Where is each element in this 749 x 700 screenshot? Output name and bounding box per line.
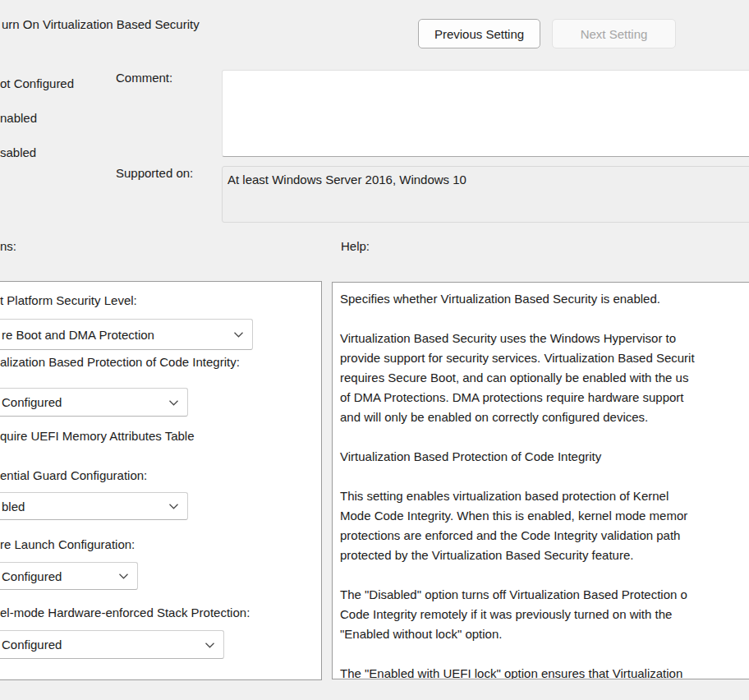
code-integrity-protection-value: Configured [2,395,62,409]
stack-protection-label: el-mode Hardware-enforced Stack Protecti… [0,606,250,619]
comment-textarea[interactable] [222,70,749,157]
help-text-line: Code Integrity remotely if it was previo… [340,605,695,624]
help-text-line: provide support for security services. V… [340,348,695,368]
help-section-label: Help: [341,239,370,253]
stack-protection-value: Configured [2,638,62,652]
help-text-line: The "Disabled" option turns off Virtuali… [340,585,695,605]
secure-launch-config-value: Configured [2,569,62,583]
secure-launch-config-label: re Launch Configuration: [0,537,135,551]
secure-launch-config-dropdown[interactable]: Configured [0,562,138,590]
comment-label: Comment: [116,71,172,85]
code-integrity-protection-dropdown[interactable]: Configured [0,388,188,417]
help-text: Specifies whether Virtualization Based S… [340,289,695,679]
help-text-line: "Enabled without lock" option. [340,624,695,644]
options-section-label: ns: [0,239,16,253]
help-text-line: Mode Code Integrity. When this is enable… [340,506,695,526]
help-text-line [340,467,695,486]
chevron-down-icon [168,503,179,510]
credential-guard-config-dropdown[interactable]: bled [0,492,188,520]
credential-guard-config-value: bled [2,500,25,513]
chevron-down-icon [233,331,244,338]
code-integrity-protection-label: alization Based Protection of Code Integ… [0,355,240,369]
help-text-line: This setting enables virtualization base… [340,486,695,506]
credential-guard-config-label: ential Guard Configuration: [0,468,147,482]
chevron-down-icon [204,642,215,649]
help-text-line: and will only be enabled on correctly co… [340,408,695,427]
page-title: urn On Virtualization Based Security [2,17,200,31]
help-text-line [340,309,695,329]
next-setting-button[interactable]: Next Setting [552,19,676,48]
supported-on-value: At least Windows Server 2016, Windows 10 [227,173,466,187]
platform-security-level-value: re Boot and DMA Protection [2,328,154,342]
radio-label-not-configured[interactable]: ot Configured [0,76,74,90]
help-panel: Specifies whether Virtualization Based S… [332,282,749,679]
platform-security-level-label: t Platform Security Level: [0,293,137,307]
uefi-memory-attributes-checkbox-label[interactable]: quire UEFI Memory Attributes Table [0,429,194,443]
help-text-line: Specifies whether Virtualization Based S… [340,289,695,309]
help-text-line [340,644,695,664]
chevron-down-icon [168,399,179,407]
help-text-line: protected by the Virtualization Based Se… [340,546,695,565]
radio-label-enabled[interactable]: nabled [0,111,37,125]
previous-setting-button[interactable]: Previous Setting [418,19,540,48]
chevron-down-icon [118,573,129,580]
help-text-line: protections are enforced and the Code In… [340,526,695,546]
help-text-line: requires Secure Boot, and can optionally… [340,368,695,388]
help-text-line: The "Enabled with UEFI lock" option ensu… [340,664,695,679]
stack-protection-dropdown[interactable]: Configured [0,630,224,659]
platform-security-level-dropdown[interactable]: re Boot and DMA Protection [0,319,253,350]
help-text-line [340,427,695,447]
help-text-line: Virtualization Based Protection of Code … [340,447,695,467]
help-text-line [340,565,695,585]
supported-on-label: Supported on: [116,166,193,180]
radio-label-disabled[interactable]: sabled [0,145,36,159]
help-text-line: Virtualization Based Security uses the W… [340,329,695,348]
help-text-line: of DMA Protections. DMA protections requ… [340,388,695,408]
